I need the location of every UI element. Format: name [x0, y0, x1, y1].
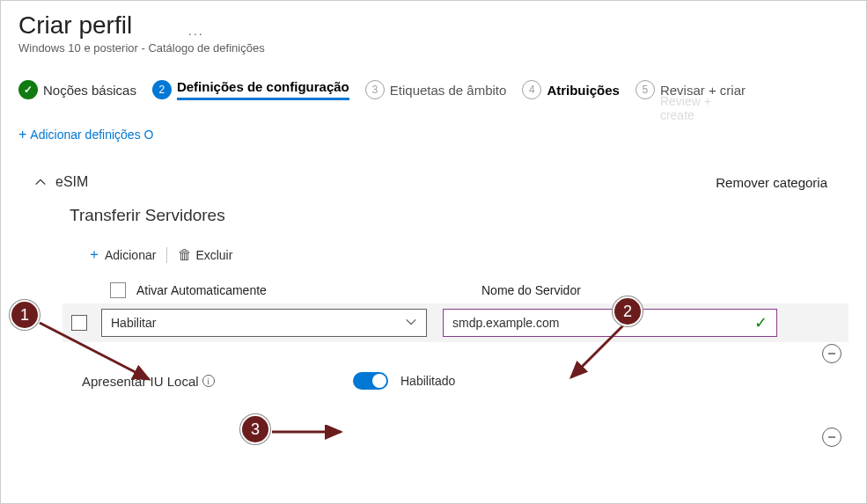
- step-number-icon: 4: [522, 80, 541, 99]
- annotation-badge-1: 1: [10, 300, 40, 330]
- step-scope-tags[interactable]: 3 Etiquetas de âmbito: [365, 80, 507, 99]
- local-ui-row: Apresentar IU Local i Habilitado: [82, 372, 849, 390]
- step-assignments[interactable]: 4 Atribuições: [522, 80, 620, 99]
- auto-enable-dropdown[interactable]: Habilitar: [101, 309, 427, 337]
- add-row-button[interactable]: ＋ Adicionar: [82, 243, 161, 267]
- remove-category-button[interactable]: Remover categoria: [716, 175, 827, 190]
- wizard-stepper: Noções básicas 2 Definições de configura…: [18, 79, 849, 100]
- step-number-icon: 2: [152, 80, 172, 99]
- trash-icon: 🗑: [178, 247, 192, 263]
- remove-setting-button[interactable]: [822, 427, 841, 447]
- annotation-badge-2: 2: [613, 296, 643, 326]
- info-icon[interactable]: i: [202, 375, 215, 387]
- step-basics[interactable]: Noções básicas: [18, 80, 136, 99]
- row-toolbar: ＋ Adicionar 🗑 Excluir: [82, 243, 849, 267]
- delete-row-button[interactable]: 🗑 Excluir: [173, 245, 238, 266]
- chevron-down-icon: [405, 316, 417, 331]
- local-ui-toggle[interactable]: [353, 372, 388, 390]
- group-title: Transferir Servidores: [70, 206, 849, 225]
- chevron-up-icon[interactable]: [34, 176, 47, 188]
- toggle-state-label: Habilitado: [400, 374, 455, 388]
- step-config-settings[interactable]: 2 Definições de configuração: [152, 79, 349, 100]
- category-name: eSIM: [55, 174, 88, 190]
- add-label: Adicionar: [105, 248, 156, 262]
- select-all-checkbox[interactable]: [110, 282, 126, 298]
- column-header-server-name: Nome do Servidor: [481, 283, 816, 297]
- page-title: Criar perfil: [18, 11, 132, 40]
- dropdown-value: Habilitar: [111, 316, 156, 330]
- row-checkbox[interactable]: [71, 315, 87, 331]
- local-ui-label: Apresentar IU Local i: [82, 374, 353, 389]
- step-number-icon: 5: [636, 80, 655, 99]
- more-icon[interactable]: ...: [188, 24, 204, 38]
- annotation-badge-3: 3: [240, 414, 270, 444]
- server-name-input[interactable]: smdp.example.com ✓: [443, 309, 777, 337]
- page-subtitle: Windows 10 e posterior - Catálogo de def…: [18, 41, 849, 55]
- server-name-value: smdp.example.com: [452, 316, 559, 330]
- step-label: Noções básicas: [43, 83, 136, 98]
- valid-check-icon: ✓: [754, 313, 768, 332]
- plus-icon: +: [18, 127, 26, 142]
- check-icon: [18, 80, 38, 99]
- plus-icon: ＋: [87, 245, 101, 264]
- step-label: Atribuições: [547, 83, 620, 98]
- separator: [166, 247, 167, 263]
- step-review-create[interactable]: 5 Revisar + criar Review + create: [636, 80, 746, 99]
- step-label: Definições de configuração: [177, 79, 349, 100]
- table-row: Habilitar smdp.example.com ✓: [62, 303, 849, 342]
- step-label: Etiquetas de âmbito: [390, 83, 507, 98]
- remove-row-button[interactable]: [822, 344, 841, 363]
- add-settings-label: Adicionar definições O: [30, 128, 153, 142]
- column-headers: Ativar Automaticamente Nome do Servidor: [82, 282, 849, 298]
- delete-label: Excluir: [195, 248, 232, 262]
- column-header-auto-enable: Ativar Automaticamente: [136, 283, 481, 297]
- ghost-step-label: Review + create: [660, 94, 746, 122]
- add-settings-button[interactable]: + Adicionar definições O: [18, 127, 153, 142]
- step-number-icon: 3: [365, 80, 385, 99]
